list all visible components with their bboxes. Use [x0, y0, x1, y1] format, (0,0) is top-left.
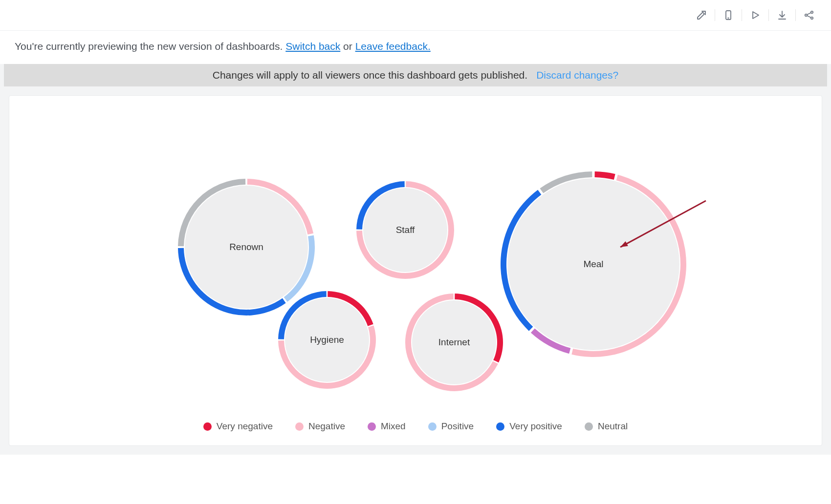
donut-hygiene[interactable]: Hygiene — [277, 290, 377, 390]
donut-label: Hygiene — [310, 335, 344, 345]
svg-line-7 — [807, 16, 811, 18]
notice-text: Changes will apply to all viewers once t… — [213, 69, 527, 81]
top-toolbar — [0, 0, 831, 31]
donut-internet[interactable]: Internet — [404, 293, 504, 392]
chart-area: RenownStaffHygieneInternetMeal — [9, 96, 822, 401]
discard-changes-link[interactable]: Discard changes? — [536, 69, 618, 81]
switch-back-link[interactable]: Switch back — [285, 41, 340, 52]
legend-swatch — [368, 422, 376, 431]
legend-item[interactable]: Very positive — [496, 421, 562, 432]
leave-feedback-link[interactable]: Leave feedback. — [355, 41, 431, 52]
svg-marker-2 — [753, 12, 759, 19]
svg-line-6 — [807, 13, 811, 15]
donut-meal[interactable]: Meal — [500, 170, 687, 358]
legend-item[interactable]: Negative — [295, 421, 345, 432]
donut-label: Meal — [583, 259, 603, 270]
legend-item[interactable]: Positive — [428, 421, 474, 432]
donut-staff[interactable]: Staff — [355, 180, 455, 280]
legend-label: Mixed — [381, 421, 406, 432]
toolbar-separator — [768, 9, 769, 21]
donut-label: Renown — [229, 242, 263, 252]
donut-label: Staff — [396, 225, 415, 235]
preview-or: or — [343, 41, 355, 52]
legend-swatch — [428, 422, 437, 431]
toolbar-separator — [742, 9, 742, 21]
legend-label: Neutral — [598, 421, 628, 432]
chart-legend: Very negativeNegativeMixedPositiveVery p… — [9, 421, 822, 432]
legend-item[interactable]: Mixed — [368, 421, 406, 432]
legend-label: Very positive — [509, 421, 562, 432]
edit-icon[interactable] — [693, 7, 710, 23]
download-icon[interactable] — [774, 7, 790, 23]
toolbar-separator — [715, 9, 715, 21]
publish-notice: Changes will apply to all viewers once t… — [4, 64, 827, 86]
share-icon[interactable] — [801, 7, 817, 23]
legend-label: Very negative — [217, 421, 273, 432]
play-icon[interactable] — [747, 7, 764, 23]
legend-label: Positive — [441, 421, 474, 432]
donut-label: Internet — [438, 337, 470, 348]
preview-bar: You're currently previewing the new vers… — [0, 31, 831, 64]
legend-swatch — [496, 422, 504, 431]
legend-swatch — [295, 422, 304, 431]
mobile-icon[interactable] — [720, 7, 737, 23]
legend-item[interactable]: Very negative — [203, 421, 273, 432]
legend-label: Negative — [308, 421, 345, 432]
toolbar-separator — [795, 9, 796, 21]
legend-swatch — [203, 422, 212, 431]
legend-item[interactable]: Neutral — [585, 421, 628, 432]
preview-text: You're currently previewing the new vers… — [15, 41, 285, 52]
legend-swatch — [585, 422, 593, 431]
chart-panel: RenownStaffHygieneInternetMeal Very nega… — [9, 95, 822, 446]
